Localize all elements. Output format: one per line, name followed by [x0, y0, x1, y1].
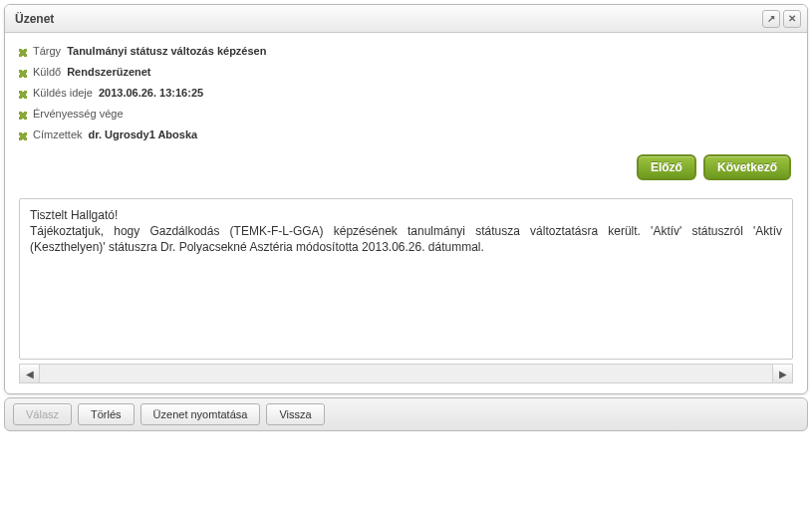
- bullet-icon: [19, 132, 27, 140]
- next-button[interactable]: Következő: [703, 154, 791, 180]
- dialog-footer: Válasz Törlés Üzenet nyomtatása Vissza: [4, 397, 808, 431]
- meta-value: 2013.06.26. 13:16:25: [99, 87, 203, 99]
- meta-subject: Tárgy Tanulmányi státusz változás képzés…: [19, 45, 793, 57]
- reply-button[interactable]: Válasz: [13, 403, 72, 425]
- message-greeting: Tisztelt Hallgató!: [30, 207, 782, 223]
- message-body: Tisztelt Hallgató! Tájékoztatjuk, hogy G…: [20, 199, 792, 359]
- back-button[interactable]: Vissza: [266, 403, 324, 425]
- meta-label: Küldés ideje: [33, 87, 93, 99]
- scroll-track[interactable]: [40, 365, 772, 382]
- meta-label: Küldő: [33, 66, 61, 78]
- message-body-panel: Tisztelt Hallgató! Tájékoztatjuk, hogy G…: [19, 198, 793, 360]
- meta-value: dr. Ugrosdy1 Aboska: [89, 128, 198, 140]
- meta-value: Tanulmányi státusz változás képzésen: [67, 45, 266, 57]
- scroll-left-icon[interactable]: ◀: [20, 365, 40, 382]
- maximize-icon[interactable]: ↗: [762, 10, 780, 28]
- nav-buttons: Előző Következő: [19, 154, 793, 180]
- dialog-content: Tárgy Tanulmányi státusz változás képzés…: [5, 33, 807, 393]
- meta-label: Tárgy: [33, 45, 61, 57]
- meta-validity: Érvényesség vége: [19, 108, 793, 120]
- meta-recipients: Címzettek dr. Ugrosdy1 Aboska: [19, 128, 793, 140]
- meta-sent: Küldés ideje 2013.06.26. 13:16:25: [19, 87, 793, 99]
- dialog-titlebar: Üzenet ↗ ✕: [5, 5, 807, 33]
- bullet-icon: [19, 70, 27, 78]
- meta-value: Rendszerüzenet: [67, 66, 150, 78]
- prev-button[interactable]: Előző: [637, 154, 696, 180]
- meta-label: Címzettek: [33, 128, 83, 140]
- message-dialog: Üzenet ↗ ✕ Tárgy Tanulmányi státusz vált…: [4, 4, 808, 394]
- scroll-right-icon[interactable]: ▶: [772, 365, 792, 382]
- meta-label: Érvényesség vége: [33, 108, 124, 120]
- close-icon[interactable]: ✕: [783, 10, 801, 28]
- bullet-icon: [19, 49, 27, 57]
- horizontal-scrollbar[interactable]: ◀ ▶: [19, 364, 793, 383]
- print-button[interactable]: Üzenet nyomtatása: [140, 403, 261, 425]
- bullet-icon: [19, 91, 27, 99]
- dialog-title: Üzenet: [15, 12, 759, 26]
- meta-sender: Küldő Rendszerüzenet: [19, 66, 793, 78]
- bullet-icon: [19, 112, 27, 120]
- message-text: Tájékoztatjuk, hogy Gazdálkodás (TEMK-F-…: [30, 223, 782, 255]
- delete-button[interactable]: Törlés: [78, 403, 135, 425]
- meta-list: Tárgy Tanulmányi státusz változás képzés…: [19, 45, 793, 140]
